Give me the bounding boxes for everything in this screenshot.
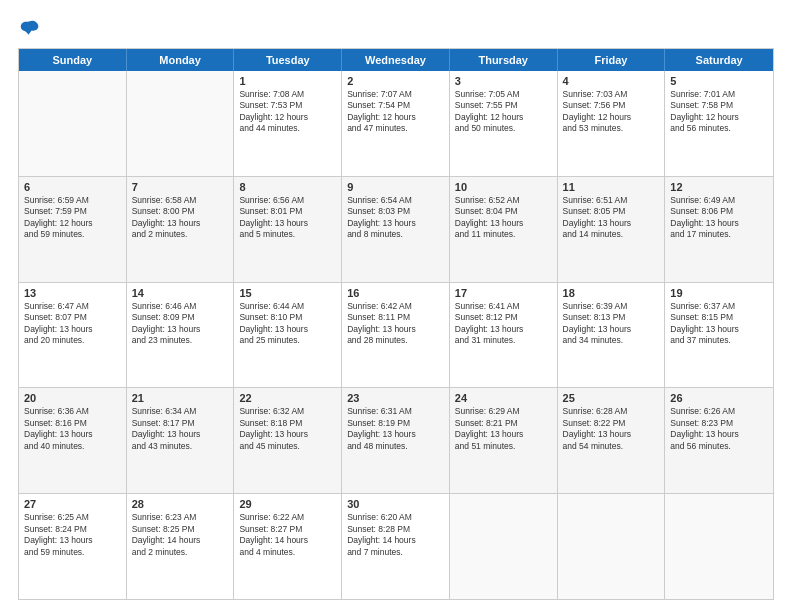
cell-info: Sunrise: 6:39 AM Sunset: 8:13 PM Dayligh…	[563, 301, 660, 347]
day-number: 2	[347, 75, 444, 87]
calendar: SundayMondayTuesdayWednesdayThursdayFrid…	[18, 48, 774, 600]
header-day-monday: Monday	[127, 49, 235, 71]
cell-info: Sunrise: 6:51 AM Sunset: 8:05 PM Dayligh…	[563, 195, 660, 241]
cell-info: Sunrise: 6:20 AM Sunset: 8:28 PM Dayligh…	[347, 512, 444, 558]
calendar-cell-13: 13Sunrise: 6:47 AM Sunset: 8:07 PM Dayli…	[19, 283, 127, 388]
calendar-cell-9: 9Sunrise: 6:54 AM Sunset: 8:03 PM Daylig…	[342, 177, 450, 282]
cell-info: Sunrise: 6:59 AM Sunset: 7:59 PM Dayligh…	[24, 195, 121, 241]
day-number: 26	[670, 392, 768, 404]
calendar-cell-empty-0-1	[127, 71, 235, 176]
cell-info: Sunrise: 6:34 AM Sunset: 8:17 PM Dayligh…	[132, 406, 229, 452]
cell-info: Sunrise: 7:07 AM Sunset: 7:54 PM Dayligh…	[347, 89, 444, 135]
cell-info: Sunrise: 6:23 AM Sunset: 8:25 PM Dayligh…	[132, 512, 229, 558]
day-number: 15	[239, 287, 336, 299]
day-number: 18	[563, 287, 660, 299]
cell-info: Sunrise: 6:46 AM Sunset: 8:09 PM Dayligh…	[132, 301, 229, 347]
cell-info: Sunrise: 7:05 AM Sunset: 7:55 PM Dayligh…	[455, 89, 552, 135]
cell-info: Sunrise: 6:31 AM Sunset: 8:19 PM Dayligh…	[347, 406, 444, 452]
cell-info: Sunrise: 6:58 AM Sunset: 8:00 PM Dayligh…	[132, 195, 229, 241]
calendar-cell-11: 11Sunrise: 6:51 AM Sunset: 8:05 PM Dayli…	[558, 177, 666, 282]
calendar-cell-empty-0-0	[19, 71, 127, 176]
header-day-saturday: Saturday	[665, 49, 773, 71]
day-number: 27	[24, 498, 121, 510]
calendar-cell-26: 26Sunrise: 6:26 AM Sunset: 8:23 PM Dayli…	[665, 388, 773, 493]
cell-info: Sunrise: 6:49 AM Sunset: 8:06 PM Dayligh…	[670, 195, 768, 241]
calendar-cell-empty-4-5	[558, 494, 666, 599]
calendar-cell-3: 3Sunrise: 7:05 AM Sunset: 7:55 PM Daylig…	[450, 71, 558, 176]
calendar-cell-29: 29Sunrise: 6:22 AM Sunset: 8:27 PM Dayli…	[234, 494, 342, 599]
page: SundayMondayTuesdayWednesdayThursdayFrid…	[0, 0, 792, 612]
cell-info: Sunrise: 6:32 AM Sunset: 8:18 PM Dayligh…	[239, 406, 336, 452]
calendar-cell-21: 21Sunrise: 6:34 AM Sunset: 8:17 PM Dayli…	[127, 388, 235, 493]
day-number: 14	[132, 287, 229, 299]
day-number: 17	[455, 287, 552, 299]
day-number: 24	[455, 392, 552, 404]
calendar-cell-15: 15Sunrise: 6:44 AM Sunset: 8:10 PM Dayli…	[234, 283, 342, 388]
day-number: 21	[132, 392, 229, 404]
day-number: 1	[239, 75, 336, 87]
cell-info: Sunrise: 6:36 AM Sunset: 8:16 PM Dayligh…	[24, 406, 121, 452]
calendar-cell-20: 20Sunrise: 6:36 AM Sunset: 8:16 PM Dayli…	[19, 388, 127, 493]
day-number: 19	[670, 287, 768, 299]
calendar-row-5: 27Sunrise: 6:25 AM Sunset: 8:24 PM Dayli…	[19, 494, 773, 599]
day-number: 20	[24, 392, 121, 404]
cell-info: Sunrise: 6:29 AM Sunset: 8:21 PM Dayligh…	[455, 406, 552, 452]
calendar-row-2: 6Sunrise: 6:59 AM Sunset: 7:59 PM Daylig…	[19, 177, 773, 283]
cell-info: Sunrise: 6:44 AM Sunset: 8:10 PM Dayligh…	[239, 301, 336, 347]
cell-info: Sunrise: 6:52 AM Sunset: 8:04 PM Dayligh…	[455, 195, 552, 241]
calendar-header: SundayMondayTuesdayWednesdayThursdayFrid…	[19, 49, 773, 71]
header-day-sunday: Sunday	[19, 49, 127, 71]
calendar-cell-6: 6Sunrise: 6:59 AM Sunset: 7:59 PM Daylig…	[19, 177, 127, 282]
cell-info: Sunrise: 6:41 AM Sunset: 8:12 PM Dayligh…	[455, 301, 552, 347]
day-number: 29	[239, 498, 336, 510]
calendar-cell-16: 16Sunrise: 6:42 AM Sunset: 8:11 PM Dayli…	[342, 283, 450, 388]
cell-info: Sunrise: 6:47 AM Sunset: 8:07 PM Dayligh…	[24, 301, 121, 347]
calendar-cell-25: 25Sunrise: 6:28 AM Sunset: 8:22 PM Dayli…	[558, 388, 666, 493]
calendar-cell-2: 2Sunrise: 7:07 AM Sunset: 7:54 PM Daylig…	[342, 71, 450, 176]
header	[18, 18, 774, 38]
calendar-row-4: 20Sunrise: 6:36 AM Sunset: 8:16 PM Dayli…	[19, 388, 773, 494]
header-day-tuesday: Tuesday	[234, 49, 342, 71]
calendar-cell-23: 23Sunrise: 6:31 AM Sunset: 8:19 PM Dayli…	[342, 388, 450, 493]
cell-info: Sunrise: 7:08 AM Sunset: 7:53 PM Dayligh…	[239, 89, 336, 135]
day-number: 5	[670, 75, 768, 87]
day-number: 11	[563, 181, 660, 193]
calendar-cell-8: 8Sunrise: 6:56 AM Sunset: 8:01 PM Daylig…	[234, 177, 342, 282]
day-number: 7	[132, 181, 229, 193]
calendar-cell-empty-4-4	[450, 494, 558, 599]
calendar-cell-19: 19Sunrise: 6:37 AM Sunset: 8:15 PM Dayli…	[665, 283, 773, 388]
day-number: 28	[132, 498, 229, 510]
cell-info: Sunrise: 7:03 AM Sunset: 7:56 PM Dayligh…	[563, 89, 660, 135]
cell-info: Sunrise: 6:26 AM Sunset: 8:23 PM Dayligh…	[670, 406, 768, 452]
calendar-cell-24: 24Sunrise: 6:29 AM Sunset: 8:21 PM Dayli…	[450, 388, 558, 493]
day-number: 8	[239, 181, 336, 193]
calendar-cell-5: 5Sunrise: 7:01 AM Sunset: 7:58 PM Daylig…	[665, 71, 773, 176]
cell-info: Sunrise: 6:42 AM Sunset: 8:11 PM Dayligh…	[347, 301, 444, 347]
calendar-cell-7: 7Sunrise: 6:58 AM Sunset: 8:00 PM Daylig…	[127, 177, 235, 282]
header-day-friday: Friday	[558, 49, 666, 71]
calendar-cell-1: 1Sunrise: 7:08 AM Sunset: 7:53 PM Daylig…	[234, 71, 342, 176]
calendar-cell-18: 18Sunrise: 6:39 AM Sunset: 8:13 PM Dayli…	[558, 283, 666, 388]
calendar-cell-10: 10Sunrise: 6:52 AM Sunset: 8:04 PM Dayli…	[450, 177, 558, 282]
calendar-cell-12: 12Sunrise: 6:49 AM Sunset: 8:06 PM Dayli…	[665, 177, 773, 282]
day-number: 3	[455, 75, 552, 87]
calendar-cell-14: 14Sunrise: 6:46 AM Sunset: 8:09 PM Dayli…	[127, 283, 235, 388]
cell-info: Sunrise: 6:22 AM Sunset: 8:27 PM Dayligh…	[239, 512, 336, 558]
calendar-cell-17: 17Sunrise: 6:41 AM Sunset: 8:12 PM Dayli…	[450, 283, 558, 388]
day-number: 12	[670, 181, 768, 193]
calendar-row-3: 13Sunrise: 6:47 AM Sunset: 8:07 PM Dayli…	[19, 283, 773, 389]
calendar-cell-22: 22Sunrise: 6:32 AM Sunset: 8:18 PM Dayli…	[234, 388, 342, 493]
cell-info: Sunrise: 6:54 AM Sunset: 8:03 PM Dayligh…	[347, 195, 444, 241]
day-number: 13	[24, 287, 121, 299]
header-day-thursday: Thursday	[450, 49, 558, 71]
day-number: 16	[347, 287, 444, 299]
calendar-row-1: 1Sunrise: 7:08 AM Sunset: 7:53 PM Daylig…	[19, 71, 773, 177]
cell-info: Sunrise: 6:25 AM Sunset: 8:24 PM Dayligh…	[24, 512, 121, 558]
logo-bird-icon	[20, 18, 40, 38]
header-day-wednesday: Wednesday	[342, 49, 450, 71]
day-number: 25	[563, 392, 660, 404]
calendar-cell-27: 27Sunrise: 6:25 AM Sunset: 8:24 PM Dayli…	[19, 494, 127, 599]
calendar-body: 1Sunrise: 7:08 AM Sunset: 7:53 PM Daylig…	[19, 71, 773, 599]
calendar-cell-4: 4Sunrise: 7:03 AM Sunset: 7:56 PM Daylig…	[558, 71, 666, 176]
cell-info: Sunrise: 6:56 AM Sunset: 8:01 PM Dayligh…	[239, 195, 336, 241]
